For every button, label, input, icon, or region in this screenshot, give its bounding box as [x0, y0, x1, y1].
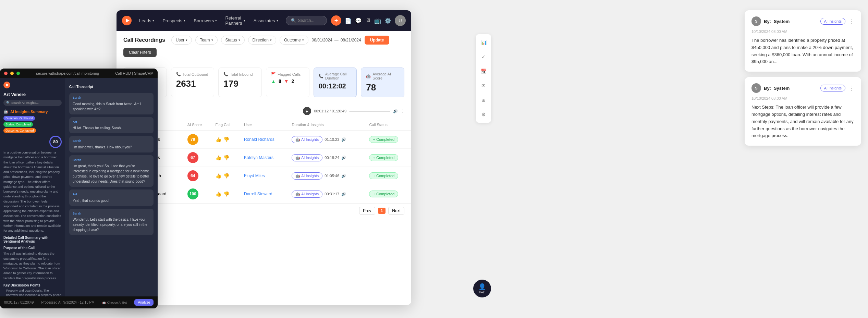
hud-right-panel: Call Transcript SarahGood morning, this …: [65, 78, 158, 296]
cell-duration-2: 🤖 AI Insights 01:05:46 🔊: [288, 167, 365, 185]
transcript-title: Call Transcript: [69, 85, 154, 89]
status-filter[interactable]: Status: [221, 36, 245, 45]
nav-prospects[interactable]: Prospects: [159, 13, 189, 28]
dot-yellow[interactable]: [10, 72, 14, 75]
thumbup-icon[interactable]: 👍: [216, 191, 221, 197]
dot-green[interactable]: [16, 72, 20, 75]
hud-purpose-text: The call was initiated to discuss the cu…: [3, 251, 62, 281]
more-options-1[interactable]: ⋮: [848, 17, 854, 25]
more-options-2[interactable]: ⋮: [848, 84, 854, 92]
ai-insights-btn-0[interactable]: 🤖 AI Insights: [292, 136, 322, 143]
insight-avatar-1: S: [751, 16, 761, 26]
status-badge-0: + Completed: [369, 136, 398, 143]
user-link-2[interactable]: Floyd Miles: [244, 173, 265, 178]
direction-filter[interactable]: Direction: [248, 36, 276, 45]
sidebar-calendar-icon[interactable]: 📅: [479, 66, 488, 76]
audio-icon-1[interactable]: 🔊: [341, 156, 346, 160]
nav-leads[interactable]: Leads: [136, 13, 158, 28]
outcome-filter[interactable]: Outcome: [280, 36, 308, 45]
total-inbound-label: 📞Total Inbound: [223, 72, 257, 76]
right-sidebar: 📊 ✓ 📅 ✉ ⊞ ⚙: [476, 34, 491, 123]
cell-flag-1: 👍 👎: [211, 149, 240, 167]
audio-icon-0[interactable]: 🔊: [341, 137, 346, 142]
ai-insights-btn-2[interactable]: 🤖 AI Insights: [292, 172, 322, 180]
total-inbound-value: 179: [223, 78, 257, 89]
thumbdown-icon[interactable]: 👎: [223, 137, 229, 142]
prev-button[interactable]: Prev: [359, 207, 375, 215]
user-link-3[interactable]: Darrell Steward: [244, 192, 272, 196]
ai-insights-btn-1[interactable]: 🤖 AI Insights: [292, 154, 322, 161]
table-row: DJ Danielle Jones 67 👍 👎 Katelyn Masters…: [117, 149, 411, 167]
tag-outcome: Outcome: Contacted: [3, 128, 36, 133]
col-status[interactable]: Call Status: [365, 119, 411, 131]
insight-timestamp-2: 10/10/2024 08:00 AM: [751, 96, 854, 100]
volume-icon[interactable]: 🔊: [393, 109, 398, 113]
clear-filters-button[interactable]: Clear Filters: [123, 48, 157, 57]
user-filter[interactable]: User: [171, 36, 192, 45]
more-options-icon[interactable]: ⋮: [401, 109, 404, 113]
col-user[interactable]: User: [240, 119, 288, 131]
choose-bot[interactable]: 🤖 Choose AI Bot: [102, 301, 127, 304]
col-duration[interactable]: Duration & Insights: [288, 119, 365, 131]
ai-insights-btn-3[interactable]: 🤖 AI Insights: [292, 191, 322, 198]
hud-url: secure.withshape.com/call-monitoring: [23, 71, 112, 75]
insight-by-2: S By: System: [751, 83, 790, 93]
thumbup-icon[interactable]: 👍: [216, 155, 221, 160]
audio-icon-2[interactable]: 🔊: [341, 174, 346, 178]
help-button[interactable]: 👤 Help: [473, 280, 491, 297]
doc-icon[interactable]: 📄: [345, 17, 352, 24]
ai-badge-2[interactable]: AI Insights: [820, 85, 845, 91]
settings-icon[interactable]: ⚙️: [384, 17, 391, 24]
flag-down-icon: ▼: [284, 78, 289, 84]
dot-red[interactable]: [4, 72, 8, 75]
audio-progress-bar[interactable]: [349, 111, 390, 112]
team-filter[interactable]: Team: [195, 36, 217, 45]
chat-icon[interactable]: 💬: [355, 17, 362, 24]
hud-left-panel: Art Venere 🔍 Search AI Insights... 🤖 AI …: [0, 78, 65, 296]
col-score[interactable]: AI Score: [183, 119, 211, 131]
hud-tags: Direction: Outbound Status: Completed Ou…: [3, 116, 62, 133]
thumbdown-icon[interactable]: 👎: [223, 191, 229, 197]
avg-score-label: 🤖Average AI Score: [366, 72, 399, 80]
search-box[interactable]: 🔍 Search...: [286, 16, 327, 25]
table-row: MK Marilyn Korsgaard 100 👍 👎 Darrell Ste…: [117, 185, 411, 203]
current-page[interactable]: 1: [378, 208, 386, 214]
insight-header-1: S By: System AI Insights ⋮: [751, 16, 854, 26]
logo-icon[interactable]: [122, 16, 132, 25]
hud-keypoints-title: Key Discussion Points: [3, 283, 62, 287]
cell-user-0: Ronald Richards: [240, 131, 288, 149]
thumbup-icon[interactable]: 👍: [216, 137, 221, 142]
audio-icon-3[interactable]: 🔊: [341, 192, 346, 196]
thumbup-icon[interactable]: 👍: [216, 173, 221, 179]
transcript-msg-0: SarahGood morning, this is Sarah from Ac…: [69, 93, 154, 114]
ai-badge-1[interactable]: AI Insights: [820, 18, 845, 25]
play-button[interactable]: ▶: [303, 107, 311, 115]
monitor-icon[interactable]: 🖥: [365, 17, 371, 24]
flag-up-icon: ▲: [271, 78, 276, 84]
insight-by-1: S By: System: [751, 16, 790, 26]
hud-title: Call HUD | ShapeCRM: [115, 71, 154, 75]
next-button[interactable]: Next: [388, 207, 404, 215]
nav-associates[interactable]: Associates: [250, 13, 282, 28]
thumbdown-icon[interactable]: 👎: [223, 173, 229, 179]
col-flag[interactable]: Flag Call: [211, 119, 240, 131]
update-button[interactable]: Update: [365, 36, 390, 45]
sidebar-barchart-icon[interactable]: 📊: [479, 38, 488, 47]
sidebar-mail-icon[interactable]: ✉: [479, 81, 488, 90]
user-link-1[interactable]: Katelyn Masters: [244, 155, 273, 160]
nav-borrowers[interactable]: Borrowers: [190, 13, 220, 28]
hud-title-bar: secure.withshape.com/call-monitoring Cal…: [0, 69, 158, 78]
call-hud-overlay: secure.withshape.com/call-monitoring Cal…: [0, 69, 158, 308]
analyze-button[interactable]: Analyze: [134, 299, 154, 306]
sidebar-settings-icon[interactable]: ⚙: [479, 110, 488, 119]
add-button[interactable]: +: [331, 15, 341, 26]
thumbdown-icon[interactable]: 👎: [223, 155, 229, 160]
user-avatar[interactable]: U: [395, 15, 406, 26]
screen-icon[interactable]: 📺: [374, 17, 381, 24]
sidebar-check-icon[interactable]: ✓: [479, 52, 488, 62]
nav-referral[interactable]: Referral Partners: [222, 13, 248, 28]
user-link-0[interactable]: Ronald Richards: [244, 137, 274, 142]
hud-search[interactable]: 🔍 Search AI Insights...: [3, 100, 62, 106]
hud-nav: [3, 82, 62, 88]
sidebar-grid-icon[interactable]: ⊞: [479, 95, 488, 105]
